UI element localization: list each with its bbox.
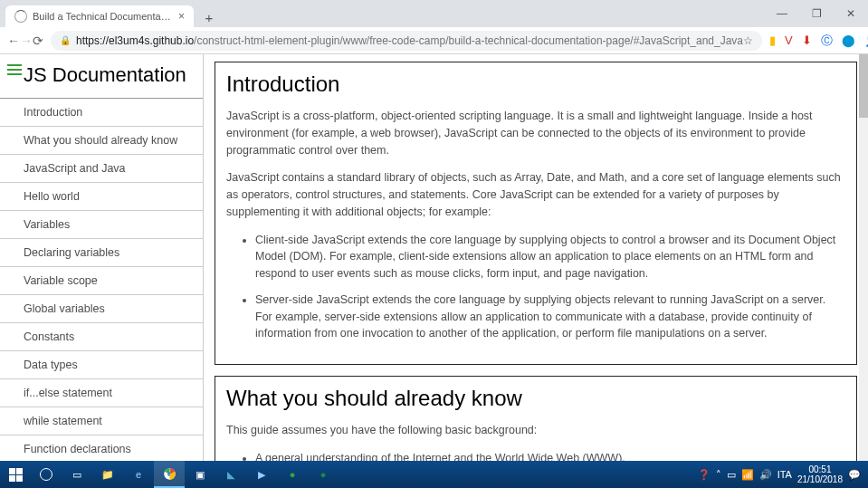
ext-hp-icon[interactable]: ⬤ — [842, 33, 855, 47]
hamburger-menu-icon[interactable] — [7, 62, 22, 78]
taskbar-app-green2[interactable]: ● — [308, 461, 339, 488]
lock-icon: 🔒 — [60, 35, 71, 45]
tray-language[interactable]: ITA — [777, 469, 792, 480]
task-view-button[interactable]: ▭ — [62, 461, 92, 488]
favicon-spinner-icon — [14, 10, 27, 23]
start-button[interactable] — [0, 461, 31, 488]
cortana-button[interactable] — [31, 461, 62, 488]
reload-button[interactable]: ⟳ — [33, 30, 43, 52]
nav-item-constants[interactable]: Constants — [0, 323, 203, 351]
paragraph: This guide assumes you have the followin… — [226, 422, 845, 439]
ext-download-icon[interactable]: ⬇ — [802, 33, 812, 47]
paragraph: JavaScript contains a standard library o… — [226, 169, 845, 220]
tab-close-icon[interactable]: × — [178, 10, 185, 23]
nav-item-while[interactable]: while statement — [0, 407, 203, 435]
window-minimize-button[interactable]: — — [765, 0, 799, 27]
taskbar-app-vscode[interactable]: ◣ — [215, 461, 246, 488]
nav-item-introduction[interactable]: Introduction — [0, 99, 203, 127]
window-maximize-button[interactable]: ❐ — [799, 0, 834, 27]
back-button[interactable]: ← — [7, 30, 20, 52]
sidebar-title: JS Documentation — [0, 54, 203, 99]
nav-list: Introduction What you should already kno… — [0, 99, 203, 461]
window-close-button[interactable]: ✕ — [834, 0, 868, 27]
section-heading: What you should already know — [226, 386, 845, 411]
tab-title: Build a Technical Documentation — [33, 11, 173, 22]
nav-item-global-variables[interactable]: Global variables — [0, 295, 203, 323]
ext-keep-icon[interactable]: ▮ — [769, 33, 776, 47]
forward-button[interactable]: → — [20, 30, 33, 52]
url-input[interactable]: 🔒 https://el3um4s.github.io/construct-ht… — [51, 31, 762, 51]
browser-tab[interactable]: Build a Technical Documentation × — [5, 5, 194, 27]
tray-battery-icon[interactable]: ▭ — [727, 469, 736, 481]
scrollbar-track[interactable] — [859, 54, 868, 461]
paragraph: JavaScript is a cross-platform, object-o… — [226, 108, 845, 158]
nav-item-what-you-should-know[interactable]: What you should already know — [0, 127, 203, 155]
main-content[interactable]: Introduction JavaScript is a cross-platf… — [215, 54, 857, 461]
ext-c-icon[interactable]: Ⓒ — [821, 33, 833, 49]
list-item: Client-side JavaScript extends the core … — [255, 232, 845, 282]
taskbar-app-explorer[interactable]: 📁 — [92, 461, 123, 488]
ext-avatar-icon[interactable]: 👤 — [864, 33, 868, 47]
sidebar-nav: JS Documentation Introduction What you s… — [0, 54, 204, 461]
nav-item-function-declarations[interactable]: Function declarations — [0, 435, 203, 461]
bookmark-star-icon[interactable]: ☆ — [743, 34, 753, 47]
scrollbar-thumb[interactable] — [859, 54, 868, 118]
tray-chevron-icon[interactable]: ˄ — [716, 469, 721, 481]
tray-volume-icon[interactable]: 🔊 — [759, 469, 772, 481]
taskbar-app-green1[interactable]: ● — [277, 461, 308, 488]
taskbar-app-edge[interactable]: e — [123, 461, 154, 488]
nav-item-if-else[interactable]: if...else statement — [0, 379, 203, 407]
nav-item-variable-scope[interactable]: Variable scope — [0, 267, 203, 295]
ext-v-icon[interactable]: V — [785, 33, 793, 47]
nav-item-variables[interactable]: Variables — [0, 211, 203, 239]
browser-chrome: Build a Technical Documentation × + — ❐ … — [0, 0, 868, 54]
taskbar-app-chrome[interactable] — [154, 461, 185, 488]
nav-item-data-types[interactable]: Data types — [0, 351, 203, 379]
page-viewport: JS Documentation Introduction What you s… — [0, 54, 868, 461]
section-heading: Introduction — [226, 72, 845, 97]
new-tab-button[interactable]: + — [199, 7, 219, 27]
nav-item-javascript-and-java[interactable]: JavaScript and Java — [0, 155, 203, 183]
list-item: Server-side JavaScript extends the core … — [255, 292, 845, 342]
taskbar-app-terminal[interactable]: ▣ — [185, 461, 215, 488]
tray-notifications-icon[interactable]: 💬 — [848, 469, 861, 481]
tray-clock[interactable]: 00:51 21/10/2018 — [797, 464, 843, 484]
list-item: A general understanding of the Internet … — [255, 450, 845, 461]
nav-item-declaring-variables[interactable]: Declaring variables — [0, 239, 203, 267]
taskbar-app-powershell[interactable]: ▶ — [246, 461, 277, 488]
tray-wifi-icon[interactable]: 📶 — [741, 469, 754, 481]
extension-icons: ▮ V ⬇ Ⓒ ⬤ 👤 ⋮ — [769, 33, 868, 49]
section-what-you-should-know: What you should already know This guide … — [215, 376, 857, 461]
section-introduction: Introduction JavaScript is a cross-platf… — [215, 62, 857, 365]
tray-help-icon[interactable]: ❓ — [698, 469, 711, 481]
address-bar: ← → ⟳ 🔒 https://el3um4s.github.io/constr… — [0, 27, 868, 54]
window-controls: — ❐ ✕ — [765, 0, 868, 27]
url-text: https://el3um4s.github.io/construct-html… — [76, 34, 743, 47]
nav-item-hello-world[interactable]: Hello world — [0, 183, 203, 211]
windows-taskbar: ▭ 📁 e ▣ ◣ ▶ ● ● ❓ ˄ ▭ 📶 🔊 ITA 00:51 21/1… — [0, 461, 868, 488]
tab-bar: Build a Technical Documentation × + — ❐ … — [0, 0, 868, 27]
